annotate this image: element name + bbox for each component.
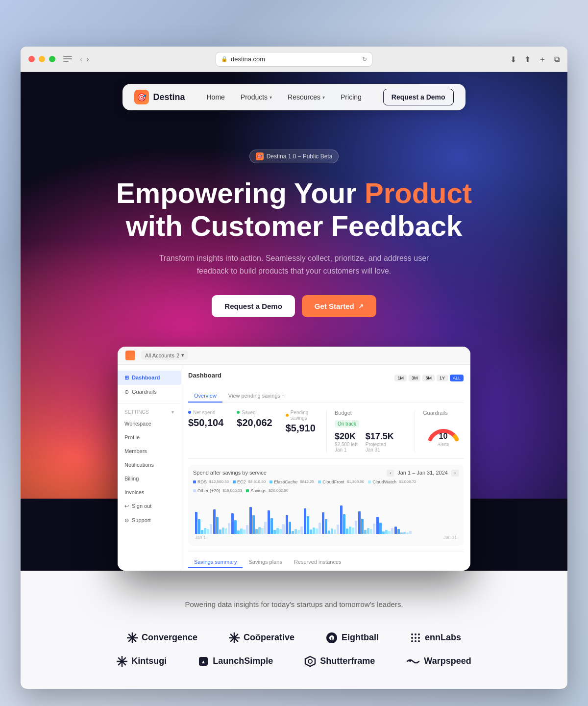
- sidebar-item-workspace[interactable]: Workspace: [118, 417, 181, 430]
- account-name: All Accounts: [145, 353, 174, 358]
- minimize-button[interactable]: [39, 56, 45, 62]
- timeframe-all[interactable]: ALL: [450, 375, 464, 381]
- net-spend-value: $50,104: [188, 417, 229, 429]
- svg-point-27: [308, 659, 312, 663]
- kintsugi-name: Kintsugi: [131, 656, 167, 666]
- sidebar-item-dashboard[interactable]: ⊞ Dashboard: [118, 371, 181, 385]
- svg-point-19: [418, 640, 420, 642]
- chart-date-range: ‹ Jan 1 – Jan 31, 2024 ›: [387, 470, 459, 476]
- bar-group-6: [286, 515, 303, 534]
- budget-projected: $17.5K Projected Jan 31: [366, 431, 394, 453]
- dashboard-icon: ⊞: [124, 375, 129, 381]
- bar-group-4: [249, 507, 267, 534]
- svg-text:8: 8: [331, 637, 333, 640]
- legend-savings: Savings $20,062.90: [246, 488, 288, 493]
- share-icon[interactable]: ⬆: [524, 54, 531, 64]
- bar-chart: [193, 497, 459, 534]
- timeframe-1y[interactable]: 1Y: [437, 375, 448, 381]
- guardrails-title: Guardrails: [423, 410, 448, 416]
- logos-row-2: Kintsugi ▲ LaunchSimple Shutterframe: [40, 650, 548, 673]
- sidebar-signout-label: Sign out: [132, 503, 151, 509]
- bar-group-11: [376, 517, 393, 534]
- nav-pricing[interactable]: Pricing: [335, 90, 368, 104]
- timeframe-6m[interactable]: 6M: [422, 375, 435, 381]
- website-content: 🎯 Destina Home Products ▾ Resources ▾ Pr…: [21, 72, 567, 689]
- timeframe-3m[interactable]: 3M: [409, 375, 421, 381]
- sidebar-item-guardrails[interactable]: ⊙ Guardrails: [118, 385, 181, 399]
- tabs-icon[interactable]: ⧉: [554, 55, 560, 64]
- svg-point-14: [411, 637, 413, 639]
- svg-point-16: [418, 637, 420, 639]
- metric-net-spend: Net spend $50,104: [188, 410, 229, 446]
- eightball-name: Eightball: [342, 632, 379, 643]
- sidebar-item-members[interactable]: Members: [118, 444, 181, 458]
- address-bar-container: 🔒 destina.com ↻: [216, 52, 372, 67]
- sidebar-guardrails-label: Guardrails: [132, 389, 157, 395]
- sidebar-toggle[interactable]: [63, 56, 72, 63]
- traffic-lights: [28, 56, 55, 62]
- hero-demo-button[interactable]: Request a Demo: [212, 295, 295, 317]
- date-prev-icon[interactable]: ‹: [387, 470, 394, 477]
- svg-point-12: [415, 633, 416, 635]
- legend-rds: RDS $12,500.50: [193, 479, 229, 484]
- bar-group-10: [358, 511, 375, 534]
- nav-arrows: ‹ ›: [80, 55, 89, 64]
- tab-pending-savings[interactable]: View pending savings ↑: [222, 390, 291, 403]
- net-spend-dot: [188, 411, 191, 414]
- bar-group-2: [213, 509, 230, 534]
- navbar: 🎯 Destina Home Products ▾ Resources ▾ Pr…: [21, 72, 567, 110]
- dashboard-screenshot: All Accounts 2 ▾ ⊞ Dashboard ⊙ Guardrail…: [118, 347, 470, 571]
- hero-start-button[interactable]: Get Started ↗: [302, 295, 376, 317]
- nav-products[interactable]: Products ▾: [235, 90, 278, 104]
- reload-icon[interactable]: ↻: [362, 56, 367, 63]
- logo-launchsimple: ▲ LaunchSimple: [182, 650, 289, 673]
- kintsugi-icon: [117, 656, 127, 667]
- svg-point-13: [418, 633, 420, 635]
- sidebar-item-profile[interactable]: Profile: [118, 430, 181, 444]
- sidebar-item-billing[interactable]: Billing: [118, 472, 181, 485]
- signout-icon: ↩: [124, 503, 129, 509]
- nav-home[interactable]: Home: [201, 90, 231, 104]
- svg-text:▲: ▲: [201, 659, 206, 664]
- bar-group-5: [268, 510, 285, 534]
- dashboard-body: ⊞ Dashboard ⊙ Guardrails Settings ▾ Work…: [118, 365, 470, 571]
- site-logo[interactable]: 🎯 Destina: [134, 90, 185, 104]
- timeframe-1m[interactable]: 1M: [394, 375, 407, 381]
- budget-current: $20K $2,500 left Jan 1: [335, 431, 358, 453]
- account-selector[interactable]: All Accounts 2 ▾: [141, 351, 188, 360]
- sidebar-item-invoices[interactable]: Invoices: [118, 485, 181, 499]
- metric-pending: Pending savings $5,910: [286, 410, 326, 446]
- title-bar: ‹ › 🔒 destina.com ↻ ⬇ ⬆ ＋ ⧉: [21, 47, 567, 72]
- nav-demo-button[interactable]: Request a Demo: [383, 89, 454, 105]
- hero-title-line1: Empowering Your Product: [116, 177, 472, 209]
- sidebar-item-notifications[interactable]: Notifications: [118, 458, 181, 472]
- dashboard-logo: [125, 351, 135, 360]
- dashboard-sidebar: ⊞ Dashboard ⊙ Guardrails Settings ▾ Work…: [118, 365, 181, 571]
- back-button[interactable]: ‹: [80, 55, 82, 64]
- address-bar[interactable]: 🔒 destina.com ↻: [216, 52, 372, 67]
- sidebar-item-signout[interactable]: ↩ Sign out: [118, 499, 181, 513]
- tab-overview[interactable]: Overview: [188, 390, 222, 403]
- close-button[interactable]: [28, 56, 35, 62]
- sidebar-item-support[interactable]: ⊚ Support: [118, 513, 181, 528]
- cooperative-name: Coöperative: [244, 632, 294, 643]
- download-icon[interactable]: ⬇: [510, 54, 516, 64]
- ennlabs-icon: [410, 632, 421, 643]
- nav-resources[interactable]: Resources ▾: [282, 90, 331, 104]
- chart-legend: RDS $12,500.50 EC2 $8,610.50 ElastiCache: [193, 479, 459, 493]
- hero-subtitle: Transform insights into action. Seamless…: [157, 252, 431, 277]
- table-tabs: Savings summary Savings plans Reserved i…: [188, 557, 464, 568]
- date-next-icon[interactable]: ›: [451, 470, 459, 477]
- forward-button[interactable]: ›: [86, 55, 89, 64]
- chart-title: Spend after savings by service: [193, 470, 267, 476]
- lock-icon: 🔒: [221, 56, 228, 62]
- tab-savings-plans[interactable]: Savings plans: [243, 557, 288, 568]
- pending-value: $5,910: [286, 423, 326, 434]
- convergence-name: Convergence: [142, 632, 197, 643]
- resources-chevron-icon: ▾: [322, 95, 325, 100]
- tab-savings-summary[interactable]: Savings summary: [188, 557, 243, 568]
- tab-reserved-instances[interactable]: Reserved instances: [288, 557, 347, 568]
- warpspeed-icon: [406, 657, 420, 665]
- new-tab-icon[interactable]: ＋: [539, 54, 546, 64]
- fullscreen-button[interactable]: [49, 56, 55, 62]
